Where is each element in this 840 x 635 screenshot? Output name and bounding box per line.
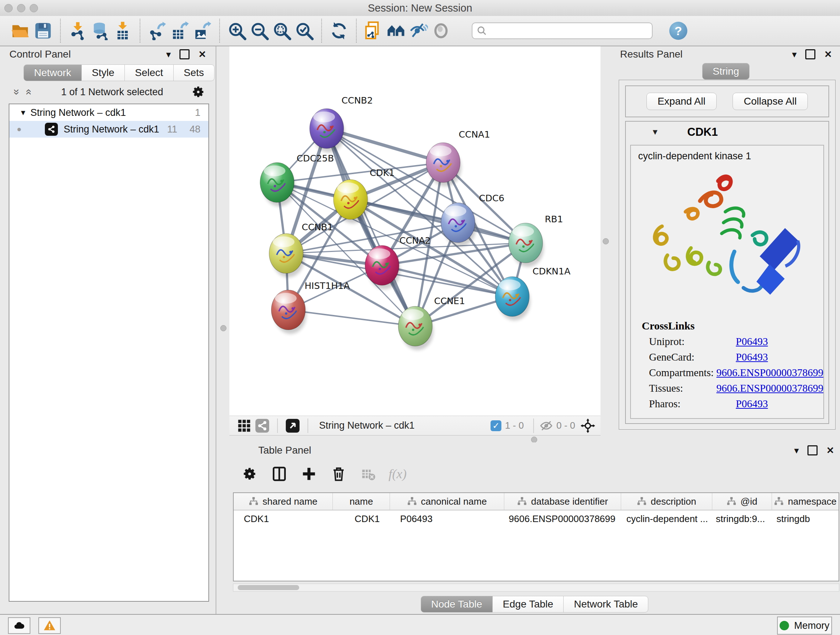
network-canvas[interactable]: CCNB2CCNA1CDC25BCDK1CDC6RB1CCNB1CCNA2CDK… [229,46,600,416]
pharos-link[interactable]: P06493 [736,398,768,410]
grid-view-button[interactable] [235,418,253,434]
network-node-CCNA2[interactable]: CCNA2 [365,235,431,289]
network-node-CCNA1[interactable]: CCNA1 [426,129,490,187]
panel-menu-icon[interactable]: ▾ [794,446,799,455]
create-column-button[interactable] [300,464,318,483]
zoom-selected-button[interactable] [293,19,316,42]
panel-float-icon[interactable] [180,49,189,59]
network-node-CCNB2[interactable]: CCNB2 [309,95,373,152]
collapse-all-button[interactable]: Collapse All [733,93,808,110]
cell-database-identifier[interactable]: 9606.ENSP00000378699 [504,510,621,527]
column-header[interactable]: @id [712,493,772,510]
open-session-button[interactable] [9,19,32,42]
collection-count: 1 [195,107,201,119]
table-options-gear-button[interactable] [240,464,259,483]
help-button[interactable]: ? [669,22,687,40]
tab-style[interactable]: Style [81,65,125,81]
cell-name[interactable]: CDK1 [333,510,390,527]
tab-select[interactable]: Select [125,65,174,81]
left-splitter-handle[interactable] [220,325,226,331]
show-view-button[interactable] [430,19,452,42]
zoom-fit-button[interactable] [271,19,293,42]
network-options-gear-button[interactable] [189,82,208,101]
delete-column-button[interactable] [329,464,348,483]
column-header[interactable]: description [621,493,712,510]
clone-network-button[interactable] [363,19,385,42]
network-node-HIST1H1A[interactable]: HIST1H1A [271,280,350,334]
node-label-RB1: RB1 [545,214,563,225]
panel-float-icon[interactable] [807,445,818,455]
table-row[interactable]: CDK1 CDK1 P06493 9606.ENSP00000378699 cy… [234,510,838,527]
cell-description[interactable]: cyclin-dependent ... [621,510,712,527]
memory-button[interactable]: Memory [777,616,832,635]
column-header[interactable]: namespace [772,493,838,510]
export-network-button[interactable] [146,19,169,42]
zoom-in-button[interactable] [226,19,248,42]
expand-all-rows-icon[interactable]: » [11,86,23,98]
network-node-CDKN1A[interactable]: CDKN1A [495,266,570,320]
network-node-CCNE1[interactable]: CCNE1 [398,296,465,350]
export-table-button[interactable] [169,19,191,42]
scrollbar-thumb[interactable] [238,585,299,590]
show-all-views-button[interactable] [385,19,407,42]
network-node-CDC6[interactable]: CDC6 [441,193,504,247]
uniprot-link[interactable]: P06493 [736,336,768,348]
panel-close-icon[interactable]: ✕ [824,50,832,59]
tab-edge-table[interactable]: Edge Table [493,596,564,613]
search-input[interactable] [487,25,640,37]
tab-sets[interactable]: Sets [173,65,215,81]
panel-close-icon[interactable]: ✕ [826,446,834,455]
network-view-button[interactable] [253,418,271,434]
import-network-button[interactable] [66,19,89,42]
panel-float-icon[interactable] [805,49,815,59]
tab-network[interactable]: Network [24,65,82,81]
tab-network-table[interactable]: Network Table [563,596,648,613]
cloud-status-button[interactable] [8,617,30,634]
table-horizontal-scrollbar[interactable] [233,584,839,592]
hide-view-button[interactable] [407,19,430,42]
birds-eye-toggle-button[interactable] [579,418,597,434]
memory-ok-icon [780,621,789,630]
search-field[interactable] [472,22,653,39]
column-header[interactable]: name [333,493,390,510]
column-header[interactable]: canonical name [390,493,504,510]
panel-close-icon[interactable]: ✕ [198,50,206,59]
column-header[interactable]: shared name [234,493,333,510]
tissues-link[interactable]: 9606.ENSP00000378699 [716,382,823,394]
save-session-button[interactable] [32,19,54,42]
compartments-link[interactable]: 9606.ENSP00000378699 [716,367,823,379]
selected-checkbox-icon[interactable]: ✓ [491,420,501,431]
cell-canonical-name[interactable]: P06493 [390,510,504,527]
import-table-button[interactable] [111,19,134,42]
show-columns-button[interactable] [270,464,289,483]
tree-expand-icon[interactable]: ▼ [16,109,30,117]
column-header[interactable]: database identifier [504,493,621,510]
section-expand-icon[interactable]: ▼ [651,127,659,137]
import-network-from-database-button[interactable] [89,19,111,42]
cell-namespace[interactable]: stringdb [772,510,838,527]
detach-view-button[interactable] [284,418,302,434]
network-node-RB1[interactable]: RB1 [508,214,563,267]
collapse-all-rows-icon[interactable]: « [23,86,35,98]
export-image-button[interactable] [191,19,213,42]
edge-HIST1H1A-CCNE1[interactable] [288,310,415,326]
tab-node-table[interactable]: Node Table [421,596,493,613]
bottom-splitter-handle[interactable] [531,437,537,443]
genecard-link[interactable]: P06493 [736,351,768,363]
apply-layout-button[interactable] [328,19,350,42]
string-network-graph[interactable]: CCNB2CCNA1CDC25BCDK1CDC6RB1CCNB1CCNA2CDK… [229,46,600,416]
expand-all-button[interactable]: Expand All [646,93,717,110]
panel-menu-icon[interactable]: ▾ [166,50,171,59]
cell-id[interactable]: stringdb:9... [712,510,772,527]
edge-CCNB2-CCNE1[interactable] [327,128,415,326]
cell-shared-name[interactable]: CDK1 [234,510,333,527]
hidden-counts: 0 - 0 [556,420,575,431]
zoom-out-button[interactable] [248,19,271,42]
network-row[interactable]: ● String Network – cdk1 11 48 [9,121,208,138]
warnings-button[interactable] [38,617,61,634]
tab-string-results[interactable]: String [702,63,750,80]
panel-menu-icon[interactable]: ▾ [792,50,797,59]
network-collection-row[interactable]: ▼ String Network – cdk1 1 [9,104,208,121]
edge-CDK1-RB1[interactable] [351,200,526,243]
right-splitter-handle[interactable] [603,238,609,244]
